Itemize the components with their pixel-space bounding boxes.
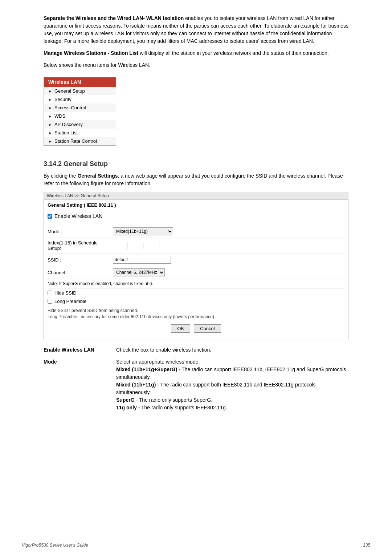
desc-enable-content: Check the box to enable wireless functio… xyxy=(116,346,348,354)
mode-select[interactable]: Mixed(11b+11g) Mixed(11b+11g+SuperG) Sup… xyxy=(113,227,173,235)
desc-mode-11g: 11g only - The radio only supports IEEE8… xyxy=(116,405,227,410)
arrow-icon: ► xyxy=(48,122,52,127)
form-title: General Setting ( IEEE 802.11 ) xyxy=(44,200,348,210)
menu-item-ap-discovery[interactable]: ► AP Discovery xyxy=(44,120,116,129)
menu-item-security[interactable]: ► Security xyxy=(44,95,116,104)
arrow-icon: ► xyxy=(48,97,52,102)
wireless-lan-menu: Wireless LAN ► General Setup ► Security … xyxy=(44,77,116,146)
descriptions-section: Enable Wireless LAN Check the box to ena… xyxy=(44,346,348,412)
channel-label: Channel : xyxy=(48,270,113,275)
long-preamble-checkbox[interactable] xyxy=(48,299,52,304)
mode-label: Mode : xyxy=(48,229,113,234)
arrow-icon: ► xyxy=(48,89,52,93)
enable-wireless-label: Enable Wireless LAN xyxy=(54,213,102,219)
arrow-icon: ► xyxy=(48,114,52,118)
superG-note: Note: If SuperG mode is enabled, channel… xyxy=(48,279,344,289)
desc-enable-label: Enable Wireless LAN xyxy=(44,346,116,354)
intro-para2: Manage Wireless Stations - Station List … xyxy=(44,49,348,57)
schedule-input-1[interactable] xyxy=(113,242,127,249)
desc-mode-content: Select an appropriate wireless mode. Mix… xyxy=(116,358,348,412)
schedule-label: Index(1-15) in Schedule Setup: xyxy=(48,240,113,251)
schedule-input-2[interactable] xyxy=(129,242,143,249)
enable-wireless-checkbox[interactable] xyxy=(48,214,52,219)
hide-ssid-hint: Hide SSID : prevent SSID from being scan… xyxy=(48,308,344,314)
ssid-label: SSID : xyxy=(48,257,113,263)
arrow-icon: ► xyxy=(48,106,52,110)
long-preamble-hint: Long Preamble : necessary for some older… xyxy=(48,314,344,320)
enable-wireless-row: Enable Wireless LAN xyxy=(48,213,344,222)
cancel-button[interactable]: Cancel xyxy=(194,324,221,333)
menu-item-wds[interactable]: ► WDS xyxy=(44,112,116,120)
footer: VigorPro5500 Series User's Guide 135 xyxy=(22,543,370,548)
schedule-inputs xyxy=(113,242,175,249)
desc-mode-mixed: Mixed (11b+11g) - The radio can support … xyxy=(116,382,316,395)
arrow-icon: ► xyxy=(48,131,52,135)
form-buttons: OK Cancel xyxy=(48,320,344,337)
ok-button[interactable]: OK xyxy=(171,324,190,333)
intro-para3: Below shows the menu items for Wireless … xyxy=(44,61,348,69)
section-title: 3.14.2 General Setup xyxy=(44,160,348,168)
hint-area: Hide SSID : prevent SSID from being scan… xyxy=(48,308,344,320)
desc-mode-superg-only: SuperG - The radio only supports SuperG. xyxy=(116,397,212,403)
section-description: By clicking the General Settings, a new … xyxy=(44,172,348,187)
schedule-row: Index(1-15) in Schedule Setup: xyxy=(48,238,344,254)
intro-para1: Separate the Wireless and the Wired LAN-… xyxy=(44,15,348,45)
menu-header: Wireless LAN xyxy=(44,77,116,87)
mode-row: Mode : Mixed(11b+11g) Mixed(11b+11g+Supe… xyxy=(48,225,344,238)
menu-item-station-list[interactable]: ► Station List xyxy=(44,129,116,137)
channel-row: Channel : Channel 6, 2437MHz xyxy=(48,266,344,279)
desc-mode: Mode Select an appropriate wireless mode… xyxy=(44,358,348,412)
long-preamble-row: Long Preamble xyxy=(48,297,344,305)
hide-ssid-checkbox[interactable] xyxy=(48,291,52,295)
ssid-row: SSID : xyxy=(48,254,344,266)
menu-item-access-control[interactable]: ► Access Control xyxy=(44,104,116,112)
desc-mode-label: Mode xyxy=(44,358,116,412)
menu-item-station-rate-control[interactable]: ► Station Rate Control xyxy=(44,137,116,145)
menu-item-general-setup[interactable]: ► General Setup xyxy=(44,87,116,95)
desc-mode-intro: Select an appropriate wireless mode. xyxy=(116,359,200,365)
schedule-input-3[interactable] xyxy=(145,242,159,249)
schedule-input-4[interactable] xyxy=(161,242,175,249)
desc-mode-superG: Mixed (11b+11g+SuperG) - The radio can s… xyxy=(116,366,346,380)
schedule-link[interactable]: Schedule xyxy=(78,240,98,246)
arrow-icon: ► xyxy=(48,139,52,143)
hide-ssid-row: Hide SSID xyxy=(48,289,344,297)
breadcrumb: Wireless LAN >> General Setup xyxy=(44,192,348,200)
desc-enable-wireless: Enable Wireless LAN Check the box to ena… xyxy=(44,346,348,354)
channel-select[interactable]: Channel 6, 2437MHz xyxy=(113,268,165,276)
footer-left: VigorPro5500 Series User's Guide xyxy=(22,543,88,548)
general-setting-form: General Setting ( IEEE 802.11 ) Enable W… xyxy=(44,200,348,340)
hide-ssid-label: Hide SSID xyxy=(54,290,77,296)
footer-right: 135 xyxy=(363,543,370,548)
ssid-input[interactable] xyxy=(113,256,171,264)
long-preamble-label: Long Preamble xyxy=(54,299,86,304)
